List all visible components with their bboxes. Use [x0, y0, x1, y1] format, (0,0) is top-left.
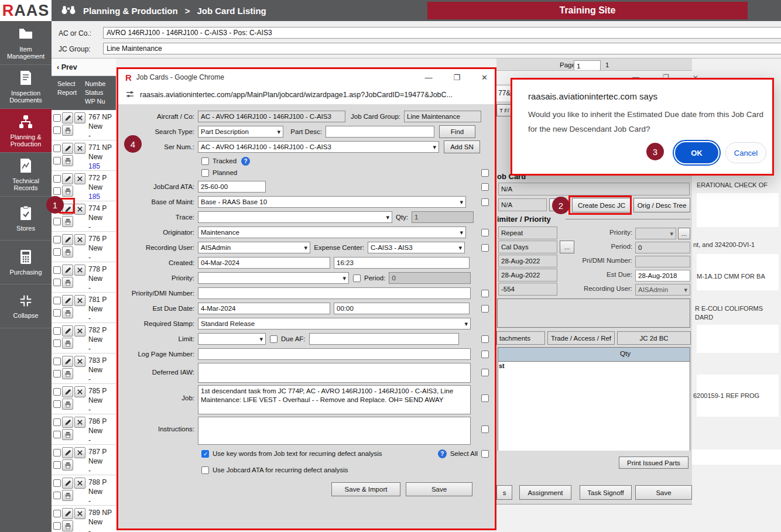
- row-wp[interactable]: -: [88, 344, 107, 353]
- delete-icon-button[interactable]: [74, 447, 85, 458]
- edit-icon-button[interactable]: [62, 508, 73, 519]
- row-print-checkbox[interactable]: [53, 126, 61, 134]
- delete-icon-button[interactable]: [74, 265, 85, 276]
- row-select-checkbox[interactable]: [53, 358, 61, 365]
- print-icon-button[interactable]: [62, 429, 73, 440]
- instructions-textarea[interactable]: [198, 417, 471, 445]
- print-icon-button[interactable]: [62, 216, 73, 227]
- sidebar-item-inspection-documents[interactable]: Inspection Documents: [0, 65, 52, 109]
- edit-icon-button[interactable]: [62, 173, 73, 184]
- est-due-inherit-checkbox[interactable]: [481, 305, 489, 313]
- log-page-inherit-checkbox[interactable]: [481, 351, 489, 358]
- originator-inherit-checkbox[interactable]: [481, 229, 489, 236]
- add-sn-button[interactable]: Add SN: [444, 140, 480, 153]
- created-date-input[interactable]: 04-Mar-2024: [198, 257, 330, 269]
- edit-icon-button[interactable]: [62, 112, 73, 123]
- expense-center-select[interactable]: C-AIS3 - AIS3: [368, 242, 465, 253]
- instructions-inherit-checkbox[interactable]: [481, 425, 489, 433]
- row-wp[interactable]: -: [88, 435, 107, 445]
- delete-icon-button[interactable]: [74, 295, 85, 306]
- save-and-import-button[interactable]: Save & Import: [331, 482, 400, 496]
- ac-or-co-input[interactable]: AVRO 146RJ100 - 146RJ100 - C-AIS3 - Pos:…: [103, 27, 781, 39]
- jc-group-select[interactable]: Line Maintenance: [103, 43, 781, 54]
- edit-icon-button[interactable]: [62, 386, 73, 397]
- print-icon-button[interactable]: [62, 490, 73, 501]
- row-number[interactable]: 774 P: [88, 204, 107, 213]
- required-stamp-select[interactable]: Standard Release: [198, 318, 471, 330]
- log-page-number-input[interactable]: [198, 348, 471, 360]
- print-icon-button[interactable]: [62, 399, 73, 410]
- base-of-maint-select[interactable]: Base - RAAS Base 10: [198, 196, 466, 208]
- row-number[interactable]: 767 NP: [88, 112, 112, 122]
- bg-save-button[interactable]: Save: [635, 485, 692, 500]
- row-number[interactable]: 786 P: [88, 417, 107, 426]
- save-button[interactable]: Save: [406, 482, 472, 496]
- edit-icon-button[interactable]: [62, 234, 73, 245]
- row-select-checkbox[interactable]: [53, 236, 61, 243]
- row-number[interactable]: 788 P: [88, 478, 107, 487]
- row-number[interactable]: 781 P: [88, 295, 107, 304]
- close-icon[interactable]: ✕: [481, 73, 488, 82]
- delete-icon-button[interactable]: [74, 508, 85, 519]
- row-select-checkbox[interactable]: [53, 510, 61, 517]
- row-wp[interactable]: -: [88, 496, 107, 506]
- print-icon-button[interactable]: [62, 246, 73, 258]
- sidebar-item-stores[interactable]: Stores: [0, 197, 52, 241]
- part-desc-input[interactable]: [326, 126, 434, 138]
- print-icon-button[interactable]: [62, 368, 73, 379]
- sidebar-item-technical-records[interactable]: Technical Records: [0, 153, 52, 197]
- row-print-checkbox[interactable]: [53, 187, 61, 195]
- row-wp[interactable]: -: [88, 222, 107, 232]
- row-select-checkbox[interactable]: [53, 266, 61, 274]
- print-icon-button[interactable]: [62, 277, 73, 288]
- row-select-checkbox[interactable]: [53, 388, 61, 396]
- tab-trade-access-ref[interactable]: Trade / Access / Ref: [547, 331, 615, 345]
- edit-icon-button[interactable]: [62, 295, 73, 306]
- help-icon[interactable]: ?: [241, 157, 250, 166]
- limit-checkbox[interactable]: [270, 335, 278, 343]
- select-all-checkbox[interactable]: [481, 450, 489, 458]
- row-number[interactable]: 783 P: [88, 356, 107, 365]
- expense-inherit-checkbox[interactable]: [481, 244, 489, 252]
- print-icon-button[interactable]: [62, 186, 73, 197]
- row-print-checkbox[interactable]: [53, 218, 61, 225]
- planned-inherit-checkbox[interactable]: [481, 169, 489, 177]
- deferred-inherit-checkbox[interactable]: [481, 369, 489, 376]
- ser-num-select[interactable]: AC - AVRO 146RJ100 - 146RJ100 - C-AIS3: [198, 141, 439, 153]
- find-button[interactable]: Find: [439, 125, 475, 138]
- job-inherit-checkbox[interactable]: [481, 394, 489, 402]
- row-wp[interactable]: -: [88, 527, 112, 532]
- row-print-checkbox[interactable]: [53, 248, 61, 256]
- est-due-date-input[interactable]: 4-Mar-2024: [198, 303, 330, 314]
- jobcard-ata-analysis-checkbox[interactable]: [201, 466, 209, 474]
- keywords-checkbox[interactable]: [201, 450, 209, 458]
- priority-select[interactable]: [198, 272, 349, 284]
- prev-button[interactable]: ‹ Prev: [52, 59, 116, 76]
- row-print-checkbox[interactable]: [53, 431, 61, 438]
- edit-icon-button[interactable]: [62, 265, 73, 276]
- delete-icon-button[interactable]: [74, 478, 85, 489]
- row-print-checkbox[interactable]: [53, 309, 61, 317]
- row-wp[interactable]: -: [88, 253, 107, 262]
- job-textarea[interactable]: 1st descendant task from JC 774P, AC - A…: [198, 385, 471, 414]
- tab-attachments[interactable]: tachments: [496, 331, 545, 345]
- created-time-input[interactable]: 16:23: [334, 257, 470, 269]
- delete-icon-button[interactable]: [74, 386, 85, 397]
- delete-icon-button[interactable]: [74, 143, 85, 154]
- dmi-inherit-checkbox[interactable]: [481, 290, 489, 297]
- delete-icon-button[interactable]: [74, 112, 85, 123]
- row-number[interactable]: 771 NP: [88, 143, 112, 152]
- delete-icon-button[interactable]: [74, 356, 85, 367]
- print-icon-button[interactable]: [62, 520, 73, 531]
- edit-icon-button[interactable]: [62, 417, 73, 428]
- row-print-checkbox[interactable]: [53, 339, 61, 347]
- bg-clipped-button[interactable]: s: [496, 485, 512, 500]
- row-select-checkbox[interactable]: [53, 479, 61, 487]
- row-number[interactable]: 785 P: [88, 386, 107, 396]
- sidebar-item-planning-production[interactable]: Planning & Production: [0, 109, 52, 153]
- print-icon-button[interactable]: [62, 338, 73, 349]
- breadcrumb-section[interactable]: Planning & Production: [83, 6, 178, 16]
- sidebar-item-collapse[interactable]: Collapse: [0, 284, 52, 328]
- planned-checkbox[interactable]: [201, 169, 209, 177]
- ata-inherit-checkbox[interactable]: [481, 183, 489, 191]
